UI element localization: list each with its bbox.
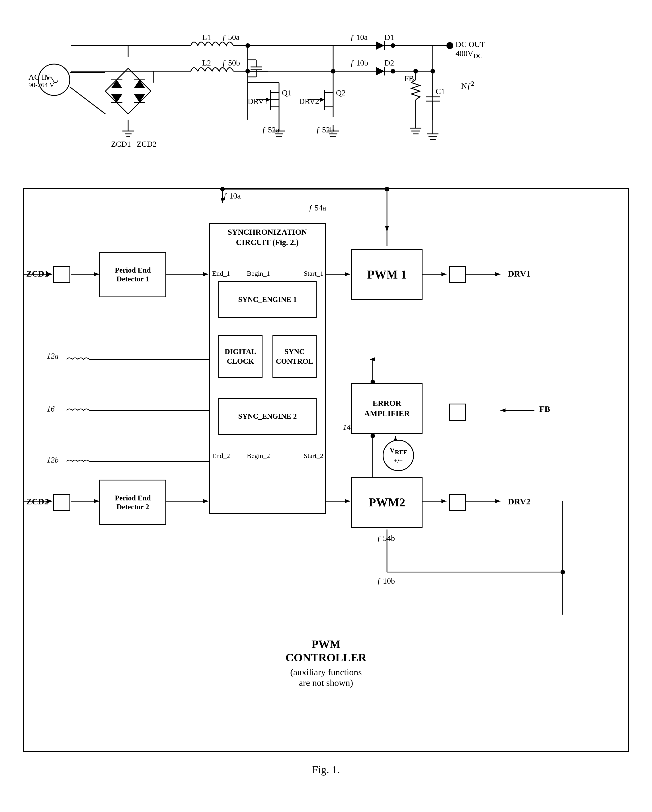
s10b-label: ƒ 10b (350, 58, 368, 67)
zcd2-label: ZCD2 (137, 140, 157, 149)
zcd1-bottom-label: ZCD1 (26, 269, 49, 279)
svg-point-149 (220, 187, 225, 191)
svg-marker-103 (203, 272, 209, 276)
svg-marker-46 (320, 98, 324, 102)
s10b-label: ƒ 10b (377, 577, 395, 586)
dc-out-label: DC OUT400VDC (455, 40, 485, 60)
svg-line-2 (128, 91, 151, 114)
zcd2-input-node (53, 494, 70, 511)
drv2-bottom-label: DRV2 (508, 497, 530, 507)
svg-marker-130 (94, 499, 99, 503)
bottom-block-diagram: ƒ 10a ƒ 54a ZCD1 ZCD2 DRV1 DRV2 FB Perio… (23, 188, 629, 752)
svg-marker-132 (345, 499, 350, 503)
svg-marker-107 (441, 272, 446, 276)
svg-marker-116 (501, 408, 506, 412)
svg-point-148 (370, 434, 375, 438)
svg-marker-5 (111, 80, 122, 88)
fb-bottom-label: FB (539, 404, 550, 414)
l2-label: L2 (202, 58, 211, 67)
s12a-label: 12a (47, 351, 59, 360)
s10a-label: ƒ 10a (350, 33, 367, 42)
svg-point-92 (391, 69, 395, 73)
period-end-detector-2: Period EndDetector 2 (99, 479, 166, 525)
svg-marker-105 (345, 272, 350, 276)
svg-marker-109 (495, 272, 501, 276)
s14-label: 14 (343, 423, 351, 432)
ac-in-label: AC IN (29, 73, 50, 82)
start1-label: Start_1 (304, 270, 323, 278)
svg-point-89 (245, 69, 250, 73)
sync-circuit-title: SYNCHRONIZATIONCIRCUIT (Fig. 2.) (210, 227, 325, 248)
drv1-output-node (449, 266, 466, 283)
l1-label: L1 (202, 33, 211, 42)
s54b-label: ƒ 54b (377, 534, 395, 543)
begin1-label: Begin_1 (247, 270, 270, 278)
ref2-label: Nƒ2 (461, 80, 474, 90)
svg-marker-101 (94, 272, 99, 276)
svg-point-94 (413, 69, 418, 73)
s12b-label: 12b (47, 455, 59, 464)
drv1-label: DRV1 (248, 97, 268, 106)
svg-marker-61 (376, 67, 384, 75)
d2-label: D2 (384, 58, 394, 67)
zcd1-input-node (53, 266, 70, 283)
svg-line-4 (105, 68, 128, 91)
svg-point-91 (391, 43, 395, 48)
svg-marker-128 (203, 499, 209, 503)
svg-marker-96 (385, 226, 389, 232)
s50b-label: ƒ 50b (222, 58, 240, 67)
svg-marker-9 (111, 94, 122, 102)
c1-label: C1 (436, 87, 445, 96)
svg-line-1 (128, 68, 151, 91)
q2-label: Q2 (336, 88, 346, 98)
pwm-controller-label: PWMCONTROLLER (auxiliary functionsare no… (24, 637, 628, 688)
svg-point-150 (385, 187, 389, 191)
period-end-detector-1: Period EndDetector 1 (99, 252, 166, 297)
pwm2-block: PWM2 (351, 477, 422, 528)
svg-marker-121 (370, 357, 375, 362)
q1-label: Q1 (282, 88, 291, 98)
top-circuit-diagram: AC IN 90-264 V DC OUT400VDC ZCD1 ZCD2 L1… (23, 17, 629, 177)
vref-circle: VREF+/− (383, 440, 414, 471)
fig-caption: Fig. 1. (23, 763, 629, 776)
svg-marker-134 (441, 499, 446, 503)
s54a-label: ƒ 54a (309, 203, 326, 212)
svg-marker-11 (134, 94, 145, 102)
d1-label: D1 (384, 33, 394, 42)
s16-label: 16 (47, 404, 55, 414)
fb-label: FB (404, 74, 414, 83)
digital-clock: DIGITALCLOCK (218, 335, 262, 378)
svg-point-151 (561, 570, 565, 574)
begin2-label: Begin_2 (247, 452, 270, 460)
error-amplifier: ERRORAMPLIFIER (351, 383, 422, 434)
pwm1-block: PWM 1 (351, 249, 422, 300)
sync-engine-1: SYNC_ENGINE 1 (218, 281, 317, 318)
svg-point-90 (331, 69, 335, 73)
sync-control: SYNCCONTROL (273, 335, 317, 378)
svg-marker-7 (134, 80, 145, 88)
ac-voltage-label: 90-264 V (29, 81, 54, 89)
svg-marker-136 (495, 499, 501, 503)
start2-label: Start_2 (304, 452, 323, 460)
s50a-label: ƒ 50a (222, 33, 239, 42)
svg-point-88 (245, 43, 250, 48)
drv2-label: DRV2 (299, 97, 319, 106)
drv2-output-node (449, 494, 466, 511)
svg-point-83 (446, 42, 453, 49)
zcd2-bottom-label: ZCD2 (26, 497, 49, 507)
svg-point-93 (431, 69, 435, 73)
drv1-bottom-label: DRV1 (508, 269, 530, 279)
s52b-label: ƒ 52b (316, 125, 334, 134)
svg-marker-58 (376, 41, 384, 50)
end2-label: End_2 (212, 452, 230, 460)
sync-circuit-box: SYNCHRONIZATIONCIRCUIT (Fig. 2.) End_1 B… (209, 223, 326, 514)
end1-label: End_1 (212, 270, 230, 278)
s52a-label: ƒ 52a (262, 125, 279, 134)
sync-engine-2: SYNC_ENGINE 2 (218, 398, 317, 435)
svg-line-14 (70, 87, 105, 114)
zcd1-label: ZCD1 (111, 140, 131, 149)
svg-line-3 (105, 91, 128, 114)
fb-input-node (449, 404, 466, 421)
s10a-bottom-label: ƒ 10a (223, 191, 241, 200)
